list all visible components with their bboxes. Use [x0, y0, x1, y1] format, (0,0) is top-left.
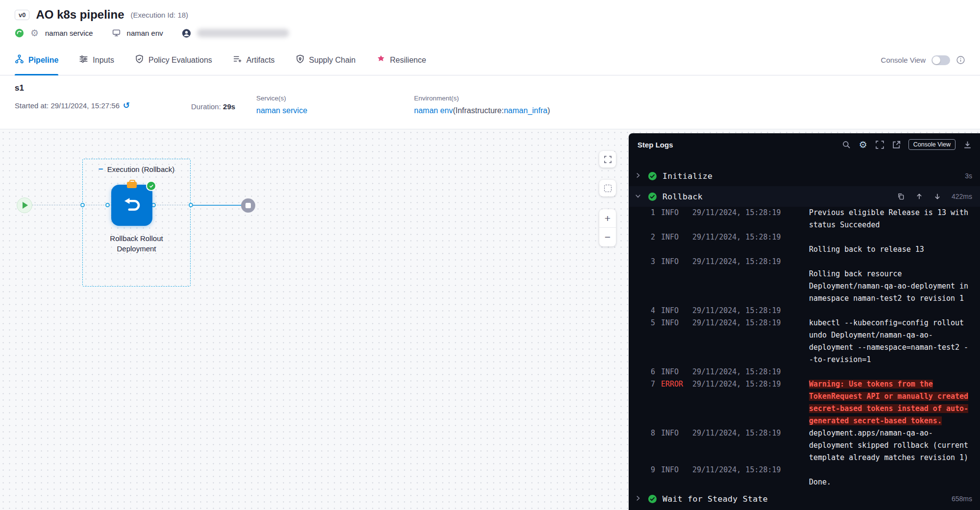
- version-badge[interactable]: v0: [15, 10, 29, 20]
- log-section-wait-for-steady-state[interactable]: Wait for Steady State658ms: [629, 488, 980, 509]
- log-entry-4: 4INFO29/11/2024, 15:28:19: [641, 305, 973, 317]
- marquee-select-button[interactable]: [599, 180, 616, 196]
- timestamp: 29/11/2024, 15:28:19: [692, 305, 809, 317]
- environment-link[interactable]: naman env: [414, 106, 453, 115]
- log-message: [809, 366, 973, 378]
- timestamp: 29/11/2024, 15:28:19: [692, 317, 809, 366]
- tab-resilience[interactable]: Resilience: [376, 45, 426, 75]
- open-in-new-icon[interactable]: [892, 140, 901, 149]
- scroll-down-icon[interactable]: [933, 193, 942, 201]
- info-icon[interactable]: [956, 55, 965, 65]
- chevron-icon[interactable]: [635, 172, 642, 180]
- chevron-icon[interactable]: [635, 495, 642, 503]
- log-entry-1: 1INFO29/11/2024, 15:28:19Previous eligib…: [641, 207, 973, 231]
- section-right: 3s: [965, 172, 972, 180]
- tab-label: Resilience: [390, 56, 426, 65]
- log-entry-5: 5INFO29/11/2024, 15:28:19kubectl --kubec…: [641, 317, 973, 366]
- log-level: INFO: [661, 305, 686, 317]
- log-level: INFO: [661, 366, 686, 378]
- log-message: Warning: Use tokens from the TokenReques…: [809, 378, 973, 427]
- tab-artifacts[interactable]: Artifacts: [233, 45, 275, 75]
- log-entry-3: 3INFO29/11/2024, 15:28:19 Rolling back r…: [641, 256, 973, 305]
- tab-label: Supply Chain: [309, 56, 356, 65]
- section-label: Wait for Steady State: [662, 494, 768, 504]
- timestamp: 29/11/2024, 15:28:19: [692, 231, 809, 256]
- zoom-out-button[interactable]: −: [599, 228, 616, 246]
- log-level: INFO: [661, 256, 686, 305]
- tab-label: Artifacts: [246, 56, 275, 65]
- scroll-up-icon[interactable]: [915, 193, 924, 201]
- tab-pipeline[interactable]: Pipeline: [15, 45, 58, 75]
- success-badge: [146, 181, 156, 191]
- log-message: Rolling back resource Deployment/naman-q…: [809, 256, 973, 305]
- tab-supply-chain[interactable]: Supply Chain: [295, 45, 356, 75]
- connector-dot: [80, 203, 85, 207]
- collapse-icon[interactable]: [98, 165, 103, 173]
- log-section-initialize[interactable]: Initialize3s: [629, 166, 980, 186]
- tab-policy-evaluations[interactable]: Policy Evaluations: [135, 45, 212, 75]
- history-icon[interactable]: ↺: [123, 101, 130, 110]
- pipeline-icon: [15, 54, 24, 66]
- log-message: Rolling back to release 13: [809, 231, 973, 256]
- chevron-icon[interactable]: [635, 193, 642, 200]
- section-duration: 3s: [965, 172, 972, 180]
- section-right: 658ms: [952, 495, 972, 503]
- timestamp: 29/11/2024, 15:28:19: [692, 256, 809, 305]
- console-view-toggle[interactable]: [931, 55, 950, 65]
- fullscreen-icon[interactable]: [875, 140, 884, 149]
- rollback-step-node[interactable]: [111, 185, 152, 226]
- environments-label: Environment(s): [414, 95, 550, 102]
- tab-inputs[interactable]: Inputs: [79, 45, 114, 75]
- search-icon[interactable]: [842, 140, 851, 149]
- line-number: 2: [641, 231, 655, 256]
- service-link[interactable]: naman service: [256, 106, 414, 115]
- log-message: kubectl --kubeconfig=config rollout undo…: [809, 317, 973, 366]
- start-node[interactable]: [17, 197, 32, 213]
- meta-row: ⚙ naman service naman env: [15, 28, 965, 38]
- log-message: Done.: [809, 464, 973, 488]
- logs-header: Step Logs ⚙ Console View: [629, 133, 980, 156]
- fit-view-button[interactable]: [599, 151, 616, 168]
- infrastructure-link[interactable]: naman_infra: [504, 106, 547, 115]
- tab-label: Policy Evaluations: [148, 56, 212, 65]
- inputs-icon: [79, 54, 88, 66]
- execution-group-label-row: Execution (Rollback): [83, 165, 190, 173]
- log-entry-6: 6INFO29/11/2024, 15:28:19: [641, 366, 973, 378]
- download-icon[interactable]: [963, 140, 972, 149]
- title-row: v0 AO k8s pipeline (Execution Id: 18): [15, 6, 965, 24]
- timestamp: 29/11/2024, 15:28:19: [692, 378, 809, 427]
- cd-module-icon: [15, 28, 24, 38]
- line-number: 5: [641, 317, 655, 366]
- stop-icon: [245, 203, 251, 208]
- settings-icon[interactable]: ⚙: [858, 140, 868, 149]
- timestamp: 29/11/2024, 15:28:19: [692, 464, 809, 488]
- line-number: 8: [641, 427, 655, 464]
- node-label: Rollback Rollout Deployment: [82, 233, 191, 254]
- zoom-in-button[interactable]: +: [599, 209, 616, 228]
- pipeline-canvas[interactable]: Execution (Rollback) Ro: [0, 129, 629, 510]
- check-circle-icon: [648, 172, 657, 180]
- gear-icon[interactable]: ⚙: [30, 28, 39, 38]
- started-label: Started at:: [15, 101, 50, 110]
- copy-icon[interactable]: [897, 193, 906, 201]
- timestamp: 29/11/2024, 15:28:19: [692, 427, 809, 464]
- log-entry-9: 9INFO29/11/2024, 15:28:19 Done.: [641, 464, 973, 488]
- duration-label: Duration:: [191, 102, 223, 111]
- section-label: Initialize: [662, 171, 712, 181]
- log-level: INFO: [661, 464, 686, 488]
- log-message: Previous eligible Release is 13 with sta…: [809, 207, 973, 231]
- line-number: 1: [641, 207, 655, 231]
- shield-check-icon: [135, 54, 144, 66]
- end-node[interactable]: [241, 198, 255, 213]
- started-value: 29/11/2024, 15:27:56: [50, 101, 120, 110]
- log-level: INFO: [661, 427, 686, 464]
- tab-label: Pipeline: [28, 56, 58, 65]
- line-number: 9: [641, 464, 655, 488]
- service-name: naman service: [45, 29, 93, 37]
- log-section-rollback[interactable]: Rollback422ms: [629, 186, 980, 207]
- log-level: INFO: [661, 317, 686, 366]
- stage-summary-bar: s1 Started at: 29/11/2024, 15:27:56 ↺ Du…: [0, 75, 980, 129]
- edge-solid: [191, 205, 248, 206]
- log-message: [809, 305, 973, 317]
- console-view-button[interactable]: Console View: [908, 139, 956, 150]
